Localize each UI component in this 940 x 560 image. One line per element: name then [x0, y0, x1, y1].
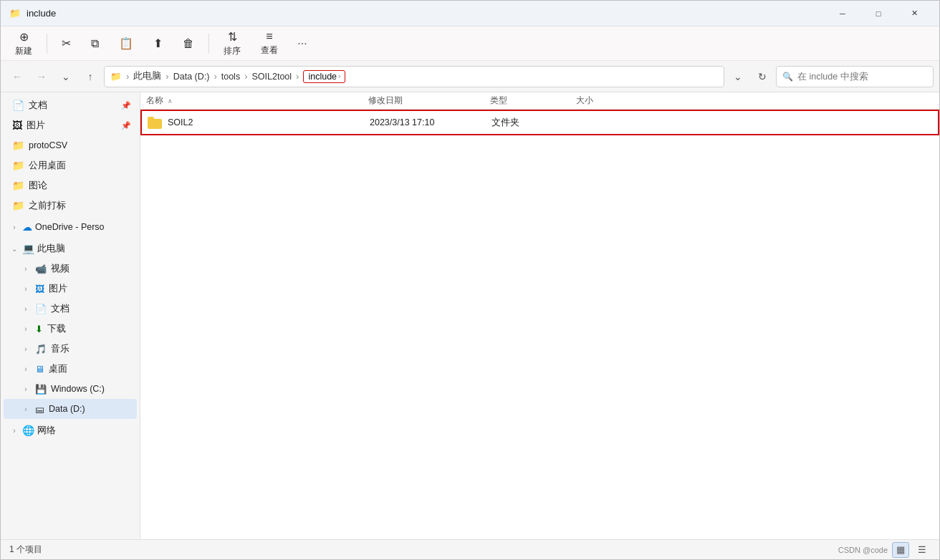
- sidebar-item-video[interactable]: › 📹 视频: [4, 259, 137, 279]
- sort-icon: ⇅: [228, 30, 237, 44]
- view-icon: ≡: [266, 30, 272, 43]
- view-list-button[interactable]: ☰: [913, 542, 931, 558]
- path-sep-5: ›: [296, 71, 299, 82]
- sidebar-label-publicdesktop: 公用桌面: [29, 160, 131, 172]
- col-header-date[interactable]: 修改日期: [368, 95, 490, 107]
- maximize-button[interactable]: □: [862, 3, 895, 24]
- toolbar: ⊕ 新建 ✂ ⧉ 📋 ⬆ 🗑 ⇅ 排序 ≡ 查看 ···: [1, 26, 939, 61]
- sidebar-item-photos[interactable]: › 🖼 图片: [4, 279, 137, 299]
- sidebar-item-pictures[interactable]: 🖼 图片 📌: [4, 115, 137, 135]
- share-icon: ⬆: [153, 37, 163, 50]
- doc-folder-icon: 📄: [35, 304, 47, 314]
- sidebar-item-desktop[interactable]: › 🖥 桌面: [4, 359, 137, 379]
- sidebar-label-drive-d: Data (D:): [49, 404, 131, 414]
- address-bar: ← → ⌄ ↑ 📁 › 此电脑 › Data (D:) › tools › SO…: [1, 61, 939, 92]
- col-header-type[interactable]: 类型: [490, 95, 576, 107]
- active-path-arrow: ›: [338, 72, 340, 80]
- video-folder-icon: 📹: [35, 264, 47, 274]
- sidebar-label-onedrive: OneDrive - Perso: [35, 222, 131, 232]
- sidebar-item-drive-c[interactable]: › 💾 Windows (C:): [4, 379, 137, 399]
- search-input[interactable]: [797, 72, 927, 82]
- window: 📁 include ─ □ ✕ ⊕ 新建 ✂ ⧉ 📋 ⬆ 🗑: [0, 0, 940, 560]
- photos-expand-icon: ›: [21, 285, 31, 293]
- address-path[interactable]: 📁 › 此电脑 › Data (D:) › tools › SOIL2tool …: [104, 66, 724, 87]
- music-folder-icon: 🎵: [35, 344, 47, 354]
- col-header-size[interactable]: 大小: [576, 95, 648, 107]
- pictures-icon: 🖼: [12, 120, 22, 131]
- drive-d-icon: 🖴: [35, 404, 44, 415]
- more-options-button[interactable]: ···: [289, 31, 315, 57]
- search-icon: 🔍: [782, 72, 793, 82]
- status-right: CSDN @code ▦ ☰: [838, 542, 931, 558]
- sidebar-onedrive[interactable]: › ☁ OneDrive - Perso: [4, 217, 137, 237]
- sidebar-network[interactable]: › 🌐 网络: [4, 420, 137, 440]
- table-row[interactable]: SOIL2 2023/3/13 17:10 文件夹: [140, 110, 939, 135]
- sidebar-thispc[interactable]: ⌄ 💻 此电脑: [4, 238, 137, 259]
- cut-button[interactable]: ✂: [53, 29, 80, 58]
- new-button[interactable]: ⊕ 新建: [6, 29, 41, 58]
- window-title: include: [27, 8, 56, 19]
- view-button[interactable]: ≡ 查看: [252, 29, 287, 58]
- status-bar: 1 个项目 CSDN @code ▦ ☰: [1, 539, 939, 559]
- delete-button[interactable]: 🗑: [174, 29, 203, 58]
- photo-folder-icon: 🖼: [35, 284, 44, 294]
- new-icon: ⊕: [19, 30, 29, 44]
- recent-locations-button[interactable]: ⌄: [55, 66, 77, 87]
- close-button[interactable]: ✕: [898, 3, 931, 24]
- music-expand-icon: ›: [21, 345, 31, 353]
- sidebar-item-documents[interactable]: 📄 文档 📌: [4, 95, 137, 115]
- item-count: 1 个项目: [9, 544, 42, 556]
- path-segment-tools: tools: [221, 72, 240, 82]
- protocsv-folder-icon: 📁: [12, 140, 24, 151]
- copy-icon: ⧉: [91, 37, 99, 50]
- sidebar-item-protocsv[interactable]: 📁 protoCSV: [4, 135, 137, 155]
- minimize-button[interactable]: ─: [826, 3, 859, 24]
- window-folder-icon: 📁: [9, 8, 21, 19]
- sidebar-item-docs[interactable]: › 📄 文档: [4, 299, 137, 319]
- search-box[interactable]: 🔍: [776, 66, 934, 87]
- forward-button[interactable]: →: [31, 66, 52, 87]
- col-header-name[interactable]: 名称 ∧: [146, 95, 368, 107]
- path-segment-drive: Data (D:): [173, 72, 210, 82]
- up-button[interactable]: ↑: [80, 66, 101, 87]
- path-segment-active[interactable]: include ›: [303, 70, 345, 83]
- file-name: SOIL2: [168, 117, 193, 127]
- sidebar-label-downloads: 下载: [47, 323, 131, 335]
- refresh-button[interactable]: ↻: [752, 66, 773, 87]
- title-bar-left: 📁 include: [9, 8, 56, 19]
- drive-c-expand-icon: ›: [21, 385, 31, 393]
- pc-icon: 💻: [22, 243, 34, 254]
- sort-button[interactable]: ⇅ 排序: [215, 29, 249, 58]
- sidebar-item-music[interactable]: › 🎵 音乐: [4, 339, 137, 359]
- sidebar-label-docs: 文档: [51, 303, 131, 315]
- copy-button[interactable]: ⧉: [82, 29, 107, 58]
- sidebar-label-thispc: 此电脑: [37, 243, 131, 255]
- sidebar-item-publicdesktop[interactable]: 📁 公用桌面: [4, 155, 137, 175]
- sidebar-item-drive-d[interactable]: › 🖴 Data (D:): [4, 399, 137, 419]
- share-button[interactable]: ⬆: [145, 29, 171, 58]
- back-button[interactable]: ←: [6, 66, 28, 87]
- desktop-folder-icon: 🖥: [35, 364, 44, 375]
- cut-icon: ✂: [62, 37, 71, 50]
- brand-text: CSDN @code: [838, 546, 888, 554]
- view-grid-button[interactable]: ▦: [892, 542, 909, 558]
- dropdown-button[interactable]: ⌄: [727, 66, 749, 87]
- column-headers: 名称 ∧ 修改日期 类型 大小: [140, 92, 939, 110]
- file-name-cell: SOIL2: [148, 117, 370, 129]
- drive-d-expand-icon: ›: [21, 405, 31, 413]
- sidebar-item-tulun[interactable]: 📁 图论: [4, 175, 137, 195]
- sidebar-item-before[interactable]: 📁 之前打标: [4, 195, 137, 216]
- video-expand-icon: ›: [21, 265, 31, 273]
- path-folder-icon: 📁: [110, 71, 122, 82]
- sidebar-item-downloads[interactable]: › ⬇ 下载: [4, 319, 137, 339]
- onedrive-icon: ☁: [22, 221, 32, 233]
- downloads-expand-icon: ›: [21, 325, 31, 333]
- main-layout: 📄 文档 📌 🖼 图片 📌 📁 protoCSV 📁 公用桌面 📁 图论: [1, 92, 939, 539]
- sidebar: 📄 文档 📌 🖼 图片 📌 📁 protoCSV 📁 公用桌面 📁 图论: [1, 92, 140, 539]
- downloads-folder-icon: ⬇: [35, 324, 43, 334]
- paste-button[interactable]: 📋: [110, 29, 142, 58]
- window-controls: ─ □ ✕: [826, 3, 931, 24]
- path-sep-3: ›: [214, 71, 216, 82]
- sidebar-label-drive-c: Windows (C:): [51, 384, 131, 394]
- delete-icon: 🗑: [183, 37, 194, 50]
